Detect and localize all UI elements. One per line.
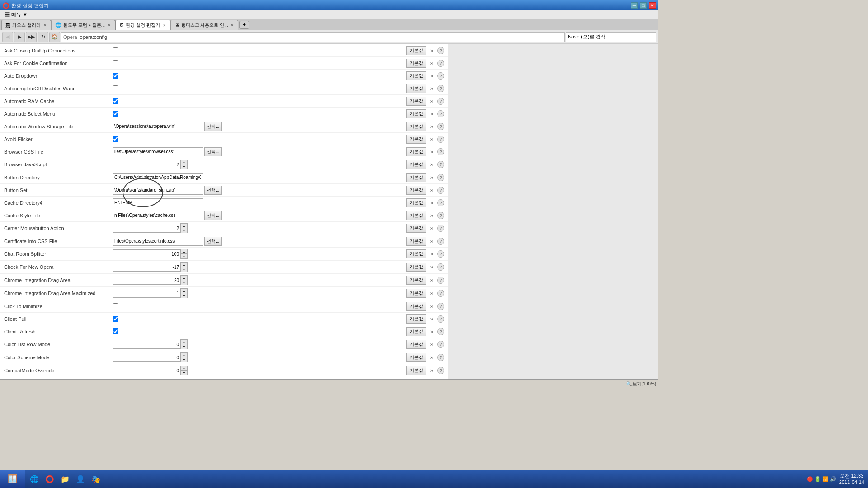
arrow-btn-automatic-window-storage[interactable]: »	[427, 122, 436, 131]
default-btn-automatic-select-menu[interactable]: 기본값	[406, 109, 426, 118]
checkbox-auto-dropdown[interactable]	[113, 73, 118, 79]
arrow-btn-compat-mode-override[interactable]: »	[427, 366, 436, 375]
help-btn-center-mousebutton[interactable]: ?	[437, 225, 444, 232]
help-btn-chat-room-splitter[interactable]: ?	[437, 250, 444, 258]
text-input-cache-directory4[interactable]	[113, 198, 203, 207]
checkbox-client-pull[interactable]	[113, 316, 118, 322]
default-btn-browser-css[interactable]: 기본값	[406, 147, 426, 156]
arrow-btn-button-directory[interactable]: »	[427, 173, 436, 182]
arrow-btn-auto-dropdown[interactable]: »	[427, 71, 436, 80]
minimize-button[interactable]: ─	[631, 2, 638, 9]
default-btn-ask-closing-dialup[interactable]: 기본값	[406, 46, 426, 55]
arrow-btn-chrome-integration-drag-max[interactable]: »	[427, 289, 436, 298]
taskbar-explorer-icon[interactable]: 📁	[58, 472, 72, 486]
select-btn-automatic-window-storage[interactable]: 선택...	[204, 122, 222, 131]
checkbox-avoid-flicker[interactable]	[113, 136, 118, 142]
help-btn-client-pull[interactable]: ?	[437, 315, 444, 323]
arrow-btn-cache-style-file[interactable]: »	[427, 211, 436, 220]
file-input-automatic-window-storage[interactable]	[113, 122, 203, 131]
help-btn-color-scheme-mode[interactable]: ?	[437, 354, 444, 361]
close-button[interactable]: ✕	[649, 2, 656, 9]
file-input-button-set[interactable]	[113, 186, 203, 195]
spinner-down-center-mousebutton[interactable]: ▼	[181, 228, 187, 233]
default-btn-center-mousebutton[interactable]: 기본값	[406, 224, 426, 233]
default-btn-button-set[interactable]: 기본값	[406, 186, 426, 195]
taskbar-user-icon[interactable]: 👤	[73, 472, 88, 486]
help-btn-automatic-select-menu[interactable]: ?	[437, 110, 444, 117]
spinner-down-check-for-new-opera[interactable]: ▼	[181, 267, 187, 272]
help-btn-color-list-row-mode[interactable]: ?	[437, 341, 444, 348]
forward-button[interactable]: ▶	[14, 32, 25, 42]
checkbox-ask-closing-dialup[interactable]	[113, 47, 118, 53]
taskbar-media-icon[interactable]: 🎭	[89, 472, 103, 486]
arrow-btn-browser-javascript[interactable]: »	[427, 160, 436, 169]
help-btn-check-for-new-opera[interactable]: ?	[437, 263, 444, 271]
help-btn-client-refresh[interactable]: ?	[437, 328, 444, 335]
spinner-up-chrome-integration-drag[interactable]: ▲	[181, 276, 187, 280]
arrow-btn-autocompleteoff[interactable]: »	[427, 84, 436, 93]
number-input-compat-mode-override[interactable]	[113, 366, 180, 375]
number-input-chrome-integration-drag-max[interactable]	[113, 289, 180, 298]
number-input-center-mousebutton[interactable]	[113, 224, 180, 233]
checkbox-automatic-select-menu[interactable]	[113, 111, 118, 117]
checkbox-autocompleteoff[interactable]	[113, 85, 118, 91]
tab-disk-close[interactable]: ✕	[231, 23, 234, 28]
arrow-btn-check-for-new-opera[interactable]: »	[427, 263, 436, 272]
settings-panel[interactable]: Ask Closing DialUp Connections기본값»?Ask F…	[0, 44, 448, 379]
maximize-button[interactable]: □	[640, 2, 647, 9]
taskbar-opera-icon[interactable]: ⭕	[42, 472, 57, 486]
help-btn-compat-mode-override[interactable]: ?	[437, 367, 444, 374]
default-btn-color-scheme-mode[interactable]: 기본값	[406, 353, 426, 362]
help-btn-chrome-integration-drag[interactable]: ?	[437, 277, 444, 284]
default-btn-ask-cookie[interactable]: 기본값	[406, 59, 426, 68]
taskbar-ie-icon[interactable]: 🌐	[27, 472, 42, 486]
arrow-btn-button-set[interactable]: »	[427, 186, 436, 195]
default-btn-certificate-info-css[interactable]: 기본값	[406, 237, 426, 246]
checkbox-client-refresh[interactable]	[113, 328, 118, 334]
tab-disk[interactable]: 🖥 헝디스크 사용으로 인... ✕	[170, 20, 239, 30]
spinner-down-browser-javascript[interactable]: ▼	[181, 164, 187, 169]
arrow-btn-color-list-row-mode[interactable]: »	[427, 340, 436, 349]
help-btn-automatic-window-storage[interactable]: ?	[437, 123, 444, 130]
number-input-chrome-integration-drag[interactable]	[113, 276, 180, 285]
help-btn-avoid-flicker[interactable]: ?	[437, 136, 444, 143]
home-button[interactable]: 🏠	[49, 32, 60, 42]
arrow-btn-client-refresh[interactable]: »	[427, 327, 436, 336]
default-btn-check-for-new-opera[interactable]: 기본값	[406, 263, 426, 272]
arrow-btn-chat-room-splitter[interactable]: »	[427, 249, 436, 258]
checkbox-automatic-ram-cache[interactable]	[113, 98, 118, 104]
spinner-up-chrome-integration-drag-max[interactable]: ▲	[181, 289, 187, 293]
default-btn-compat-mode-override[interactable]: 기본값	[406, 366, 426, 375]
spinner-down-compat-mode-override[interactable]: ▼	[181, 371, 187, 375]
arrow-btn-certificate-info-css[interactable]: »	[427, 237, 436, 246]
default-btn-chrome-integration-drag-max[interactable]: 기본값	[406, 289, 426, 298]
help-btn-ask-closing-dialup[interactable]: ?	[437, 47, 444, 54]
checkbox-ask-cookie[interactable]	[113, 60, 118, 66]
reload-button[interactable]: ↻	[38, 32, 48, 42]
select-btn-certificate-info-css[interactable]: 선택...	[204, 237, 222, 246]
select-btn-cache-style-file[interactable]: 선택...	[204, 211, 222, 220]
address-bar[interactable]: Opera opera:config	[61, 32, 565, 42]
arrow-btn-automatic-select-menu[interactable]: »	[427, 109, 436, 118]
file-input-browser-css[interactable]	[113, 147, 203, 156]
fast-forward-button[interactable]: ▶▶	[26, 32, 37, 42]
help-btn-autocompleteoff[interactable]: ?	[437, 85, 444, 92]
new-tab-button[interactable]: +	[239, 21, 249, 29]
start-button[interactable]: 🪟	[0, 470, 25, 488]
file-input-certificate-info-css[interactable]	[113, 237, 203, 246]
default-btn-color-list-row-mode[interactable]: 기본값	[406, 340, 426, 349]
text-input-button-directory[interactable]	[113, 173, 203, 182]
spinner-down-chrome-integration-drag[interactable]: ▼	[181, 280, 187, 285]
tab-kaos[interactable]: 🖼 카오스 갤러리 ✕	[1, 20, 51, 30]
arrow-btn-ask-closing-dialup[interactable]: »	[427, 46, 436, 55]
default-btn-automatic-ram-cache[interactable]: 기본값	[406, 97, 426, 106]
default-btn-cache-style-file[interactable]: 기본값	[406, 211, 426, 220]
number-input-color-list-row-mode[interactable]	[113, 340, 180, 349]
number-input-color-scheme-mode[interactable]	[113, 353, 180, 362]
spinner-up-browser-javascript[interactable]: ▲	[181, 160, 187, 164]
number-input-chat-room-splitter[interactable]	[113, 249, 180, 258]
default-btn-avoid-flicker[interactable]: 기본값	[406, 135, 426, 144]
spinner-up-compat-mode-override[interactable]: ▲	[181, 366, 187, 371]
help-btn-browser-css[interactable]: ?	[437, 148, 444, 155]
arrow-btn-chrome-integration-drag[interactable]: »	[427, 276, 436, 285]
